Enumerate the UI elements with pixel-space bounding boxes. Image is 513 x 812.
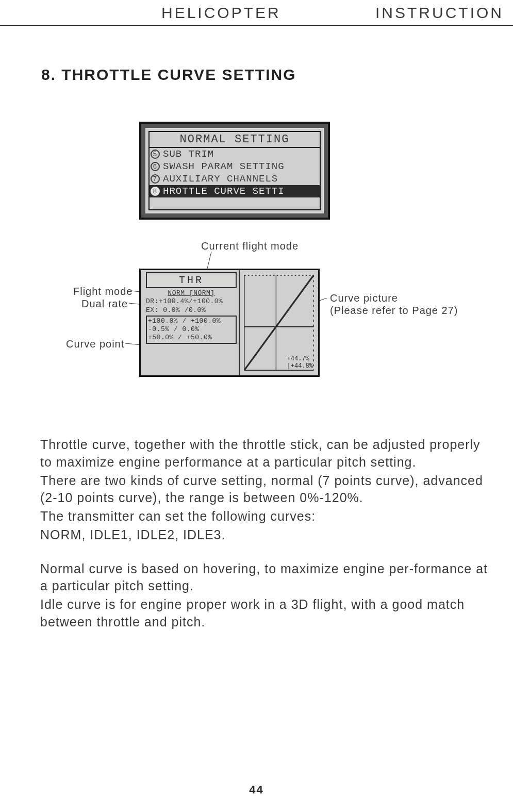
paragraph: Normal curve is based on hovering, to ma… (40, 560, 492, 595)
menu-item-selected: 8 HROTTLE CURVE SETTI (150, 185, 320, 197)
paragraph: NORM, IDLE1, IDLE2, IDLE3. (40, 526, 492, 544)
menu-item-label: SWASH PARAM SETTING (163, 161, 285, 172)
paragraph: There are two kinds of curve setting, no… (40, 472, 492, 507)
menu-item: 6 SWASH PARAM SETTING (150, 160, 320, 173)
plot-readout: +44.7% |+44.8% (287, 356, 313, 370)
callout-curve-picture-line2: (Please refer to Page 27) (330, 305, 458, 317)
lcd-dr-line: DR:+100.4%/+100.0% (146, 297, 237, 306)
page-header: HELICOPTER INSTRUCTION (0, 0, 513, 26)
lcd-mode-line: NORM [NORM] (146, 289, 237, 297)
body-text: Throttle curve, together with the thrott… (0, 436, 513, 631)
section-title: 8. THROTTLE CURVE SETTING (0, 66, 513, 84)
callout-current-flight-mode: Current flight mode (201, 240, 299, 252)
lcd-menu-title: NORMAL SETTING (150, 132, 320, 148)
callout-flight-mode: Flight mode (73, 286, 133, 297)
header-left: HELICOPTER (161, 4, 281, 22)
lcd-curve-plot: +44.7% |+44.8% (239, 270, 318, 375)
paragraph: Throttle curve, together with the thrott… (40, 436, 492, 471)
callout-curve-picture-line1: Curve picture (330, 292, 398, 304)
paragraph: Idle curve is for engine proper work in … (40, 596, 492, 631)
menu-item-label: AUXILIARY CHANNELS (163, 173, 278, 185)
plot-readout-x: |+44.8% (287, 363, 313, 370)
lcd-curve-point-row: -0.5% / 0.0% (148, 325, 235, 334)
lcd-curve-points-box: +100.0% / +100.0% -0.5% / 0.0% +50.0% / … (146, 316, 237, 344)
menu-item-number: 5 (151, 150, 160, 159)
lcd-curve-point-row: +50.0% / +50.0% (148, 334, 235, 342)
menu-item: 7 AUXILIARY CHANNELS (150, 173, 320, 185)
paragraph: The transmitter can set the following cu… (40, 508, 492, 525)
lcd-curve-title: THR (146, 272, 237, 288)
header-right: INSTRUCTION (375, 4, 504, 22)
menu-item: 5 SUB TRIM (150, 148, 320, 160)
menu-item-number: 8 (151, 187, 160, 196)
callout-dual-rate: Dual rate (81, 298, 128, 310)
menu-item-label: SUB TRIM (163, 148, 214, 160)
callout-curve-point: Curve point (66, 338, 124, 350)
lcd-ex-line: EX: 0.0% /0.0% (146, 306, 237, 314)
page-number: 44 (0, 783, 513, 797)
lcd-curve-point-row: +100.0% / +100.0% (148, 317, 235, 325)
annotated-diagram: Current flight mode Flight mode Dual rat… (0, 240, 513, 400)
lcd-curve-screenshot: THR NORM [NORM] DR:+100.4%/+100.0% EX: 0… (139, 269, 320, 377)
menu-item-number: 6 (151, 162, 160, 171)
lcd-menu-screenshot: NORMAL SETTING 5 SUB TRIM 6 SWASH PARAM … (139, 122, 330, 220)
menu-item-label: HROTTLE CURVE SETTI (163, 186, 285, 197)
plot-readout-y: +44.7% (287, 356, 313, 363)
menu-item-number: 7 (151, 174, 160, 184)
